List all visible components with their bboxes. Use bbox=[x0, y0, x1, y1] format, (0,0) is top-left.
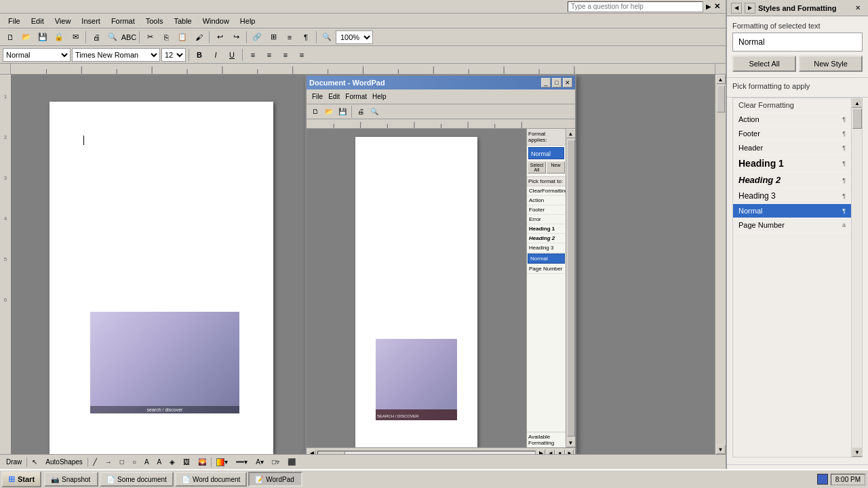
menu-view[interactable]: View bbox=[50, 16, 77, 26]
center-find-btn[interactable]: 🔍 bbox=[368, 106, 380, 118]
open-btn[interactable]: 📂 bbox=[19, 30, 34, 45]
menu-table[interactable]: Table bbox=[168, 16, 197, 26]
fill-color-btn[interactable]: ▾ bbox=[213, 456, 231, 468]
save-btn[interactable]: 💾 bbox=[35, 30, 50, 45]
new-style-btn[interactable]: New Style bbox=[799, 56, 863, 72]
cs-heading3[interactable]: Heading 3 bbox=[527, 243, 566, 253]
permission-btn[interactable]: 🔒 bbox=[52, 30, 66, 45]
style-item-header[interactable]: Header ¶ bbox=[733, 141, 851, 155]
menu-tools[interactable]: Tools bbox=[140, 16, 169, 26]
new-small-btn[interactable]: New bbox=[547, 161, 565, 174]
panel-icon-forward[interactable]: ▶ bbox=[745, 3, 755, 14]
cs-heading2[interactable]: Heading 2 bbox=[527, 234, 566, 243]
line-btn[interactable]: ╱ bbox=[90, 456, 100, 468]
textbox-btn[interactable]: A bbox=[141, 456, 153, 468]
menu-insert[interactable]: Insert bbox=[76, 16, 106, 26]
autoshapes-btn[interactable]: AutoShapes bbox=[42, 456, 86, 468]
help-arrow-icon[interactable]: ▶ bbox=[706, 3, 711, 10]
cs-footer[interactable]: Footer bbox=[527, 205, 566, 215]
style-item-pagenumber[interactable]: Page Number a bbox=[733, 218, 851, 232]
size-select[interactable]: 12 bbox=[161, 48, 186, 62]
undo-btn[interactable]: ↩ bbox=[212, 30, 227, 45]
prev-page-btn[interactable]: ◄ bbox=[547, 449, 555, 455]
underline-btn[interactable]: U bbox=[224, 48, 239, 62]
show-hide-btn[interactable]: ¶ bbox=[298, 30, 313, 45]
print-btn[interactable]: 🖨 bbox=[89, 30, 104, 45]
tray-icon-1[interactable] bbox=[817, 474, 828, 485]
center-save-btn[interactable]: 💾 bbox=[336, 106, 349, 118]
cs-pagenumber[interactable]: Page Number bbox=[527, 264, 566, 274]
hyperlink-btn[interactable]: 🔗 bbox=[250, 30, 264, 45]
cut-btn[interactable]: ✂ bbox=[142, 30, 157, 45]
spell-btn[interactable]: ABC bbox=[121, 30, 136, 45]
select-btn[interactable]: ● bbox=[555, 449, 565, 455]
justify-btn[interactable]: ≡ bbox=[294, 48, 309, 62]
zoom-select[interactable]: 100%75%150% bbox=[336, 30, 373, 44]
wordart-btn[interactable]: A bbox=[154, 456, 165, 468]
taskbar-item-3[interactable]: 📝 WordPad bbox=[248, 472, 302, 487]
style-list-scrollbar[interactable]: ▲ ▼ bbox=[851, 98, 862, 457]
menu-help[interactable]: Help bbox=[235, 16, 261, 26]
copy-btn[interactable]: ⎘ bbox=[159, 30, 174, 45]
line-color-btn[interactable]: ▾ bbox=[233, 456, 251, 468]
center-vscrollbar[interactable]: ▲ ▼ bbox=[566, 129, 575, 447]
style-select[interactable]: Normal bbox=[3, 48, 71, 62]
left-page[interactable]: search / discover bbox=[50, 102, 273, 454]
main-scroll-down[interactable]: ▼ bbox=[716, 445, 726, 454]
italic-btn[interactable]: I bbox=[208, 48, 223, 62]
zoom-btn[interactable]: 🔍 bbox=[319, 30, 334, 45]
next-page-btn[interactable]: ► bbox=[566, 449, 574, 455]
table-btn[interactable]: ⊞ bbox=[266, 30, 281, 45]
style-item-action[interactable]: Action ¶ bbox=[733, 113, 851, 127]
center-file-label[interactable]: File bbox=[309, 93, 326, 100]
redo-btn[interactable]: ↪ bbox=[229, 30, 243, 45]
align-left-btn[interactable]: ≡ bbox=[245, 48, 260, 62]
center-print-btn[interactable]: 🖨 bbox=[355, 106, 367, 118]
taskbar-item-1[interactable]: 📄 Some document bbox=[100, 472, 174, 487]
center-help-label[interactable]: Help bbox=[370, 93, 389, 100]
main-vscrollbar[interactable]: ▲ ▼ bbox=[715, 75, 726, 454]
style-item-normal[interactable]: Normal ¶ bbox=[733, 204, 851, 218]
hscroll-track[interactable] bbox=[317, 451, 536, 455]
cs-normal-active[interactable]: Normal bbox=[528, 253, 565, 264]
new-btn[interactable]: 🗋 bbox=[3, 30, 18, 45]
cs-heading1[interactable]: Heading 1 bbox=[527, 224, 566, 234]
panel-icon-back[interactable]: ◀ bbox=[731, 3, 742, 14]
center-new-btn[interactable]: 🗋 bbox=[309, 106, 321, 118]
font-color-btn[interactable]: A▾ bbox=[252, 456, 267, 468]
start-button[interactable]: ⊞ Start bbox=[1, 471, 41, 487]
style-item-clear[interactable]: Clear Formatting bbox=[733, 98, 851, 113]
draw-menu-btn[interactable]: Draw bbox=[3, 456, 25, 468]
cursor-tool-btn[interactable]: ↖ bbox=[28, 456, 41, 468]
columns-btn[interactable]: ≡ bbox=[282, 30, 297, 45]
style-item-heading1[interactable]: Heading 1 ¶ bbox=[733, 155, 851, 172]
image-btn[interactable]: 🌄 bbox=[195, 456, 210, 468]
menu-edit[interactable]: Edit bbox=[26, 16, 50, 26]
style-item-heading3[interactable]: Heading 3 ¶ bbox=[733, 188, 851, 204]
center-format-label[interactable]: Format bbox=[342, 93, 370, 100]
main-scroll-up[interactable]: ▲ bbox=[716, 75, 726, 84]
align-center-btn[interactable]: ≡ bbox=[262, 48, 277, 62]
taskbar-item-2[interactable]: 📄 Word document bbox=[175, 472, 247, 487]
arrow-btn[interactable]: → bbox=[102, 456, 115, 468]
clipart-btn[interactable]: 🖼 bbox=[180, 456, 193, 468]
align-right-btn[interactable]: ≡ bbox=[278, 48, 293, 62]
center-scroll-down[interactable]: ▼ bbox=[566, 438, 576, 447]
help-close-icon[interactable]: ✕ bbox=[714, 2, 720, 11]
menu-window[interactable]: Window bbox=[197, 16, 235, 26]
style-item-footer[interactable]: Footer ¶ bbox=[733, 127, 851, 141]
bold-btn[interactable]: B bbox=[192, 48, 207, 62]
center-scroll-up[interactable]: ▲ bbox=[566, 129, 576, 138]
style-normal-selected[interactable]: Normal bbox=[528, 147, 564, 159]
diagram-btn[interactable]: ◈ bbox=[166, 456, 178, 468]
format-painter-btn[interactable]: 🖌 bbox=[191, 30, 206, 45]
style-item-heading2[interactable]: Heading 2 ¶ bbox=[733, 172, 851, 188]
cs-action[interactable]: Action bbox=[527, 196, 566, 205]
menu-format[interactable]: Format bbox=[106, 16, 140, 26]
oval-btn[interactable]: ○ bbox=[129, 456, 140, 468]
center-open-btn[interactable]: 📂 bbox=[323, 106, 335, 118]
main-scroll-thumb[interactable] bbox=[717, 85, 725, 113]
3d-btn[interactable]: ⬛ bbox=[284, 456, 299, 468]
print-preview-btn[interactable]: 🔍 bbox=[105, 30, 120, 45]
rect-btn[interactable]: □ bbox=[117, 456, 127, 468]
